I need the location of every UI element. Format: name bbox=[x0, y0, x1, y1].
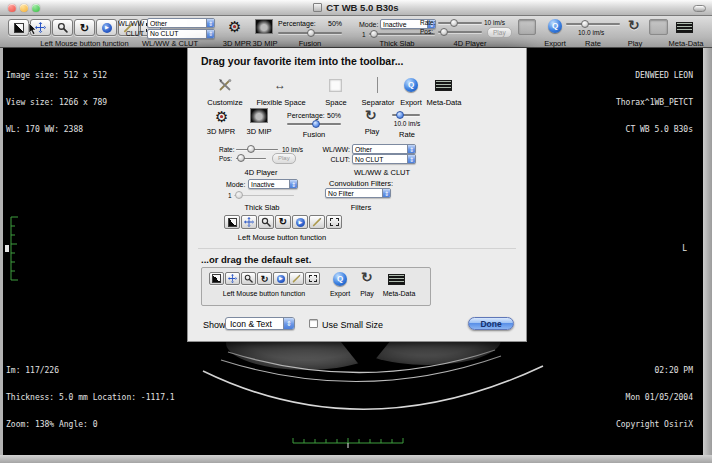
rate-4d-label: Rate: bbox=[420, 19, 436, 26]
space-icon[interactable] bbox=[329, 79, 342, 92]
show-mode-dropdown[interactable]: Icon & Text⇕ bbox=[225, 317, 295, 330]
wlww-preset-dropdown[interactable]: Other⇕ bbox=[147, 18, 215, 28]
play-cycle-icon[interactable]: ↻ bbox=[365, 109, 377, 122]
tool-pan-button[interactable] bbox=[241, 215, 257, 229]
rate-4d-slider[interactable] bbox=[438, 18, 482, 27]
fusion-percentage-row: Percentage:50% bbox=[287, 112, 341, 119]
rate-value: 10.0 im/s bbox=[386, 120, 428, 127]
separator-icon[interactable] bbox=[377, 77, 378, 93]
mouse-tools-label: Left Mouse button function bbox=[218, 233, 346, 242]
customize-icon[interactable] bbox=[218, 78, 232, 92]
tool-rotate-button[interactable]: ↻ bbox=[257, 272, 272, 285]
rotate-icon: ↻ bbox=[261, 274, 269, 284]
wl-ww-label: WL/WW bbox=[104, 20, 144, 27]
pos-label: Pos: bbox=[420, 28, 433, 35]
pos-slider[interactable] bbox=[236, 154, 266, 163]
play-4d-button[interactable]: Play bbox=[487, 27, 512, 39]
filters-label: Filters bbox=[333, 203, 389, 212]
slab-slider[interactable] bbox=[234, 191, 294, 200]
window-frame-left bbox=[0, 48, 3, 455]
export-icon[interactable]: Q bbox=[333, 272, 347, 286]
rate-slider[interactable] bbox=[392, 110, 420, 119]
pencil-icon bbox=[292, 274, 301, 283]
contrast-icon bbox=[212, 274, 221, 283]
mouse-tools-group: ↻ ▶ bbox=[209, 272, 320, 285]
wlww-group-label: WL/WW & CLUT bbox=[340, 168, 424, 177]
play-cycle-icon[interactable]: ↻ bbox=[361, 271, 373, 284]
rate-4d-value: 10 im/s bbox=[484, 19, 505, 26]
tool-select-button[interactable] bbox=[305, 272, 320, 285]
flexible-space-icon[interactable]: ↔ bbox=[274, 79, 286, 91]
fusion-slider[interactable] bbox=[287, 119, 341, 128]
slab-mode-dropdown[interactable]: Inactive⇕ bbox=[248, 179, 298, 189]
meta-data-icon[interactable] bbox=[676, 22, 693, 33]
slab-number: 1 bbox=[228, 192, 232, 199]
rotate-icon: ↻ bbox=[80, 23, 89, 33]
3d-mpr-icon[interactable]: ⚙ bbox=[228, 18, 241, 35]
document-icon bbox=[313, 3, 322, 12]
wlww-preset-dropdown[interactable]: Other⇕ bbox=[352, 144, 416, 154]
fusion-slider[interactable] bbox=[278, 28, 342, 37]
popup-arrows-icon: ⇕ bbox=[382, 189, 390, 197]
4d-player-label: 4D Player bbox=[428, 39, 512, 48]
tool-rotate-button[interactable]: ↻ bbox=[74, 19, 95, 36]
meta-data-icon[interactable] bbox=[435, 80, 452, 91]
window-frame-bottom bbox=[0, 455, 712, 463]
tool-rotate-button[interactable]: ↻ bbox=[275, 215, 291, 229]
pan-icon bbox=[228, 274, 237, 283]
meta-data-label: Meta-Data bbox=[664, 39, 708, 48]
pencil-icon bbox=[312, 217, 322, 227]
horizontal-scale-ruler bbox=[292, 437, 404, 449]
scale-cursor-marker bbox=[5, 245, 9, 252]
export-icon[interactable]: Q bbox=[548, 19, 562, 33]
wl-ww-label: WL/WW: bbox=[322, 146, 350, 153]
meta-data-icon[interactable] bbox=[388, 274, 405, 285]
export-icon[interactable]: Q bbox=[404, 78, 418, 92]
window-title-area: CT WB 5.0 B30s bbox=[0, 2, 712, 13]
tool-zoom-button[interactable] bbox=[258, 215, 274, 229]
tool-pan-button[interactable] bbox=[225, 272, 240, 285]
tool-select-button[interactable] bbox=[326, 215, 342, 229]
toolbar-toggle-button[interactable] bbox=[693, 5, 706, 12]
done-button[interactable]: Done bbox=[468, 317, 514, 330]
pos-label: Pos: bbox=[219, 155, 232, 162]
tool-draw-button[interactable] bbox=[309, 215, 325, 229]
mouse-cursor-icon bbox=[28, 23, 37, 35]
slab-mode-label: Mode: bbox=[359, 21, 378, 28]
3d-mip-icon[interactable] bbox=[250, 108, 268, 123]
tool-draw-button[interactable] bbox=[289, 272, 304, 285]
show-label: Show bbox=[203, 320, 226, 330]
tool-zoom-button[interactable] bbox=[241, 272, 256, 285]
pos-slider[interactable] bbox=[438, 27, 482, 36]
clut-dropdown[interactable]: No CLUT⇕ bbox=[352, 154, 416, 164]
rect-select-icon bbox=[309, 275, 317, 282]
clut-dropdown[interactable]: No CLUT⇕ bbox=[147, 29, 215, 39]
tool-browse-button[interactable]: ▶ bbox=[292, 215, 308, 229]
3d-mpr-icon[interactable]: ⚙ bbox=[215, 108, 228, 125]
3d-mip-icon[interactable] bbox=[255, 19, 273, 34]
play-4d-button[interactable]: Play bbox=[272, 153, 296, 164]
popup-arrows-icon: ⇕ bbox=[206, 30, 214, 38]
popup-arrows-icon: ⇕ bbox=[407, 155, 415, 163]
tool-zoom-button[interactable] bbox=[52, 19, 73, 36]
rate-slider[interactable] bbox=[566, 19, 620, 28]
browse-icon: ▶ bbox=[277, 275, 285, 283]
pan-icon bbox=[244, 217, 254, 227]
empty-toolbar-well bbox=[649, 19, 668, 35]
thick-slab-label: Thick Slab bbox=[227, 203, 297, 212]
tool-wlww-button[interactable] bbox=[209, 272, 224, 285]
tool-browse-button[interactable]: ▶ bbox=[273, 272, 288, 285]
filters-dropdown[interactable]: No Filter⇕ bbox=[325, 188, 391, 198]
use-small-size-checkbox[interactable] bbox=[309, 319, 318, 328]
play-cycle-icon[interactable]: ↻ bbox=[628, 19, 640, 32]
fusion-label: Fusion bbox=[287, 130, 341, 139]
rate-4d-value: 10 im/s bbox=[282, 146, 303, 153]
rate-4d-slider[interactable] bbox=[236, 145, 278, 154]
fusion-percentage-row: Percentage:50% bbox=[278, 20, 342, 27]
slab-number: 1 bbox=[362, 31, 366, 38]
tool-wlww-button[interactable] bbox=[224, 215, 240, 229]
wlww-group-label: WL/WW & CLUT bbox=[125, 39, 215, 48]
default-set-heading: ...or drag the default set. bbox=[201, 254, 311, 265]
overlay-bottom-left: Im: 117/226 Thickness: 5.0 mm Location: … bbox=[6, 348, 175, 447]
tool-wlww-button[interactable] bbox=[8, 19, 29, 36]
